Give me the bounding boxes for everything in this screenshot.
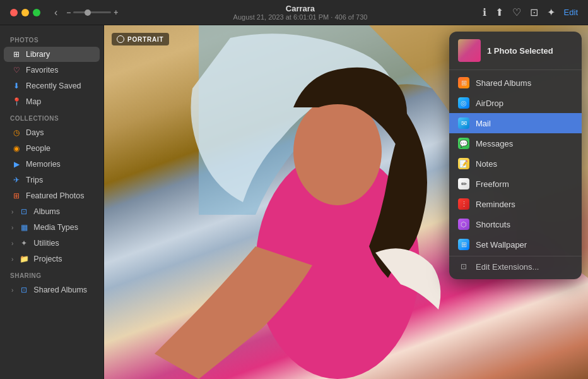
share-popup: 1 Photo Selected ⊞ Shared Albums ◎ AirDr… [449, 32, 582, 279]
edit-button[interactable]: Edit [564, 8, 578, 17]
menu-item-shortcuts[interactable]: ⬡ Shortcuts [449, 214, 582, 234]
shortcuts-icon: ⬡ [458, 219, 469, 230]
sidebar-item-albums[interactable]: › ⊡ Albums [4, 204, 100, 219]
menu-item-label: Mail [476, 119, 491, 128]
sidebar-item-label: Utilities [33, 239, 59, 248]
menu-item-notes[interactable]: 📝 Notes [449, 153, 582, 174]
chevron-icon: › [11, 287, 13, 294]
menu-item-label: Messages [476, 139, 513, 148]
shared-albums-icon: ⊞ [458, 77, 469, 88]
menu-item-airdrop[interactable]: ◎ AirDrop [449, 93, 582, 113]
titlebar: ‹ − + Carrara August 21, 2023 at 6:01:01… [0, 0, 588, 25]
info-button[interactable]: ℹ [483, 6, 486, 18]
messages-icon: 💬 [458, 138, 469, 149]
featured-icon: ⊞ [11, 191, 21, 201]
sidebar-item-people[interactable]: ◉ People [4, 141, 100, 156]
chevron-icon: › [11, 256, 13, 263]
freeform-icon: ✏ [458, 178, 469, 190]
titlebar-actions: ℹ ⬆ ♡ ⊡ ✦ Edit [483, 6, 578, 18]
collections-section-label: Collections [0, 110, 103, 124]
zoom-plus-icon: + [114, 8, 118, 17]
zoom-minus-icon: − [66, 8, 71, 17]
sidebar-item-label: Media Types [33, 223, 78, 232]
share-button[interactable]: ⬆ [495, 6, 503, 18]
recently-saved-icon: ⬇ [11, 81, 21, 91]
sidebar-item-projects[interactable]: › 📁 Projects [4, 251, 100, 267]
sidebar-item-label: People [26, 144, 50, 153]
sidebar: Photos ⊞ Library ♡ Favorites ⬇ Recently … [0, 25, 104, 379]
popup-thumbnail [458, 39, 481, 62]
maximize-button[interactable] [33, 9, 40, 16]
sidebar-item-label: Albums [33, 207, 60, 216]
popup-header: 1 Photo Selected [449, 32, 582, 70]
menu-item-reminders[interactable]: ⋮ Reminders [449, 194, 582, 214]
sidebar-item-featured-photos[interactable]: ⊞ Featured Photos [4, 188, 100, 203]
zoom-track[interactable] [73, 11, 111, 13]
trips-icon: ✈ [11, 175, 21, 185]
titlebar-center: Carrara August 21, 2023 at 6:01:01 PM · … [118, 4, 482, 21]
people-icon: ◉ [11, 143, 21, 153]
sidebar-item-label: Recently Saved [26, 81, 81, 90]
menu-item-label: Freeform [476, 179, 509, 189]
menu-item-label: Shared Albums [476, 78, 531, 88]
photo-area: PORTRAIT 1 Photo Selected ⊞ Shared Album… [104, 25, 588, 379]
menu-item-label: Edit Extensions... [476, 262, 539, 272]
menu-item-messages[interactable]: 💬 Messages [449, 133, 582, 153]
back-button[interactable]: ‹ [52, 6, 60, 20]
menu-item-label: Shortcuts [476, 220, 510, 229]
sidebar-item-days[interactable]: ◷ Days [4, 125, 100, 140]
sidebar-item-label: Featured Photos [26, 191, 84, 200]
sidebar-item-media-types[interactable]: › ▦ Media Types [4, 220, 100, 235]
memories-icon: ▶ [11, 159, 21, 169]
sidebar-item-recently-saved[interactable]: ⬇ Recently Saved [4, 78, 100, 93]
shared-albums-sidebar-icon: ⊡ [19, 285, 29, 295]
edit-extensions-icon: ⊡ [458, 261, 469, 272]
menu-item-label: Notes [476, 159, 497, 169]
chevron-icon: › [11, 240, 13, 247]
map-icon: 📍 [11, 97, 21, 107]
zoom-slider[interactable]: − + [66, 8, 118, 17]
main-content: Photos ⊞ Library ♡ Favorites ⬇ Recently … [0, 25, 588, 379]
enhance-button[interactable]: ✦ [547, 6, 555, 18]
close-button[interactable] [10, 9, 18, 16]
sidebar-item-memories[interactable]: ▶ Memories [4, 157, 100, 172]
sidebar-item-label: Memories [26, 160, 61, 169]
reminders-icon: ⋮ [458, 198, 469, 210]
sidebar-item-trips[interactable]: ✈ Trips [4, 172, 100, 188]
sidebar-item-shared-albums[interactable]: › ⊡ Shared Albums [4, 282, 100, 298]
sharing-section-label: Sharing [0, 267, 103, 282]
utilities-icon: ✦ [19, 238, 29, 248]
menu-item-label: Set Wallpaper [476, 240, 527, 250]
albums-icon: ⊡ [19, 207, 29, 217]
portrait-icon [117, 35, 124, 43]
menu-item-freeform[interactable]: ✏ Freeform [449, 174, 582, 194]
minimize-button[interactable] [21, 9, 29, 16]
menu-item-set-wallpaper[interactable]: ⊞ Set Wallpaper [449, 234, 582, 255]
notes-icon: 📝 [458, 158, 469, 169]
sidebar-item-utilities[interactable]: › ✦ Utilities [4, 236, 100, 251]
zoom-thumb [85, 9, 91, 16]
crop-button[interactable]: ⊡ [530, 6, 538, 18]
sidebar-item-label: Favorites [26, 66, 58, 75]
favorites-icon: ♡ [11, 65, 21, 75]
sidebar-item-label: Library [26, 50, 50, 59]
sidebar-item-label: Days [26, 128, 44, 137]
sidebar-item-favorites[interactable]: ♡ Favorites [4, 63, 100, 78]
favorite-button[interactable]: ♡ [512, 6, 521, 18]
chevron-icon: › [11, 208, 13, 215]
titlebar-left: ‹ − + [10, 6, 118, 20]
photos-section-label: Photos [0, 32, 103, 46]
sidebar-item-library[interactable]: ⊞ Library [4, 47, 100, 62]
mail-icon: ✉ [458, 117, 469, 129]
sidebar-item-label: Map [26, 97, 41, 106]
media-types-icon: ▦ [19, 222, 29, 232]
sidebar-item-map[interactable]: 📍 Map [4, 94, 100, 109]
menu-item-mail[interactable]: ✉ Mail [449, 113, 582, 133]
airdrop-icon: ◎ [458, 97, 469, 109]
menu-item-edit-extensions[interactable]: ⊡ Edit Extensions... [449, 256, 582, 277]
portrait-badge: PORTRAIT [112, 33, 169, 45]
chevron-icon: › [11, 224, 13, 231]
sidebar-item-label: Shared Albums [33, 286, 87, 294]
menu-item-shared-albums[interactable]: ⊞ Shared Albums [449, 73, 582, 93]
traffic-lights [10, 9, 40, 16]
